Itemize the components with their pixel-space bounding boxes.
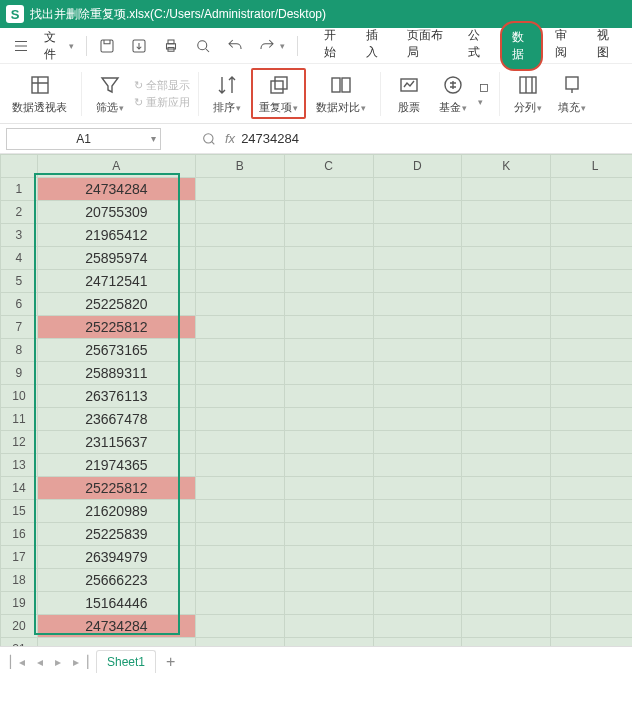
refresh-mini-icon[interactable]: ▾ bbox=[477, 81, 491, 107]
row-header[interactable]: 16 bbox=[1, 523, 38, 546]
cell[interactable] bbox=[462, 201, 551, 224]
cell[interactable] bbox=[284, 592, 373, 615]
cell[interactable] bbox=[462, 385, 551, 408]
cell[interactable] bbox=[284, 408, 373, 431]
tab-formula[interactable]: 公式 bbox=[458, 21, 497, 71]
col-header-A[interactable]: A bbox=[37, 155, 195, 178]
row-header[interactable]: 9 bbox=[1, 362, 38, 385]
cell[interactable] bbox=[284, 339, 373, 362]
cell[interactable] bbox=[195, 638, 284, 647]
select-all-corner[interactable] bbox=[1, 155, 38, 178]
cell[interactable] bbox=[373, 178, 462, 201]
cell[interactable] bbox=[373, 615, 462, 638]
cell[interactable] bbox=[195, 270, 284, 293]
cell[interactable] bbox=[462, 454, 551, 477]
col-header-K[interactable]: K bbox=[462, 155, 551, 178]
cell[interactable] bbox=[284, 431, 373, 454]
cell[interactable] bbox=[551, 477, 632, 500]
row-header[interactable]: 11 bbox=[1, 408, 38, 431]
cell[interactable] bbox=[195, 546, 284, 569]
cell[interactable] bbox=[551, 362, 632, 385]
cell[interactable] bbox=[551, 523, 632, 546]
col-header-B[interactable]: B bbox=[195, 155, 284, 178]
row-header[interactable]: 3 bbox=[1, 224, 38, 247]
cell[interactable]: 25666223 bbox=[37, 569, 195, 592]
cell[interactable] bbox=[551, 454, 632, 477]
cell[interactable] bbox=[462, 523, 551, 546]
hamburger-icon[interactable] bbox=[6, 33, 36, 59]
cell[interactable] bbox=[373, 408, 462, 431]
cell[interactable] bbox=[462, 500, 551, 523]
row-header[interactable]: 13 bbox=[1, 454, 38, 477]
col-header-C[interactable]: C bbox=[284, 155, 373, 178]
cell[interactable] bbox=[195, 247, 284, 270]
name-box[interactable]: A1 ▾ bbox=[6, 128, 161, 150]
cell[interactable] bbox=[373, 454, 462, 477]
cell[interactable] bbox=[373, 500, 462, 523]
cell[interactable] bbox=[462, 293, 551, 316]
cell[interactable] bbox=[284, 293, 373, 316]
cell[interactable]: 24734284 bbox=[37, 178, 195, 201]
cell[interactable]: 26376113 bbox=[37, 385, 195, 408]
cell[interactable] bbox=[284, 615, 373, 638]
cell[interactable] bbox=[373, 638, 462, 647]
row-header[interactable]: 20 bbox=[1, 615, 38, 638]
row-header[interactable]: 10 bbox=[1, 385, 38, 408]
redo-icon[interactable]: ▾ bbox=[252, 33, 291, 59]
undo-icon[interactable] bbox=[220, 33, 250, 59]
row-header[interactable]: 8 bbox=[1, 339, 38, 362]
tab-layout[interactable]: 页面布局 bbox=[397, 21, 456, 71]
cell[interactable] bbox=[373, 385, 462, 408]
sheet-nav-prev-icon[interactable]: ◂ bbox=[33, 655, 47, 669]
cell[interactable] bbox=[195, 224, 284, 247]
cell[interactable] bbox=[284, 569, 373, 592]
row-header[interactable]: 18 bbox=[1, 569, 38, 592]
cell[interactable] bbox=[195, 293, 284, 316]
tab-view[interactable]: 视图 bbox=[587, 21, 626, 71]
row-header[interactable]: 21 bbox=[1, 638, 38, 647]
cell[interactable] bbox=[551, 546, 632, 569]
cell[interactable] bbox=[551, 224, 632, 247]
cell[interactable] bbox=[551, 385, 632, 408]
cell[interactable] bbox=[551, 408, 632, 431]
cell[interactable] bbox=[373, 523, 462, 546]
show-all-button[interactable]: ↻ 全部显示 bbox=[134, 78, 190, 93]
export-icon[interactable] bbox=[124, 33, 154, 59]
cell[interactable] bbox=[195, 569, 284, 592]
save-icon[interactable] bbox=[92, 33, 122, 59]
cell[interactable] bbox=[284, 523, 373, 546]
cell[interactable] bbox=[195, 408, 284, 431]
cell[interactable]: 25889311 bbox=[37, 362, 195, 385]
cell[interactable] bbox=[195, 385, 284, 408]
pivot-table-button[interactable]: 数据透视表 bbox=[6, 70, 73, 117]
cell[interactable] bbox=[551, 178, 632, 201]
tab-review[interactable]: 审阅 bbox=[545, 21, 584, 71]
cell[interactable] bbox=[462, 546, 551, 569]
cell[interactable] bbox=[195, 362, 284, 385]
cell[interactable] bbox=[284, 224, 373, 247]
cell[interactable] bbox=[284, 546, 373, 569]
cell[interactable] bbox=[551, 201, 632, 224]
stock-button[interactable]: 股票 bbox=[389, 70, 429, 117]
row-header[interactable]: 14 bbox=[1, 477, 38, 500]
cell[interactable] bbox=[551, 293, 632, 316]
cell[interactable] bbox=[284, 385, 373, 408]
cell[interactable] bbox=[195, 477, 284, 500]
cell[interactable]: 21974365 bbox=[37, 454, 195, 477]
cell[interactable] bbox=[373, 546, 462, 569]
cell[interactable] bbox=[551, 270, 632, 293]
cell[interactable]: 21965412 bbox=[37, 224, 195, 247]
cell[interactable]: 23115637 bbox=[37, 431, 195, 454]
cell[interactable] bbox=[462, 316, 551, 339]
cell[interactable] bbox=[373, 224, 462, 247]
cell[interactable] bbox=[462, 615, 551, 638]
cell[interactable] bbox=[551, 615, 632, 638]
cell[interactable] bbox=[373, 362, 462, 385]
cell[interactable] bbox=[284, 500, 373, 523]
cell[interactable] bbox=[373, 293, 462, 316]
cell[interactable] bbox=[195, 431, 284, 454]
row-header[interactable]: 6 bbox=[1, 293, 38, 316]
cell[interactable] bbox=[284, 178, 373, 201]
cell[interactable] bbox=[462, 339, 551, 362]
cell[interactable] bbox=[462, 224, 551, 247]
